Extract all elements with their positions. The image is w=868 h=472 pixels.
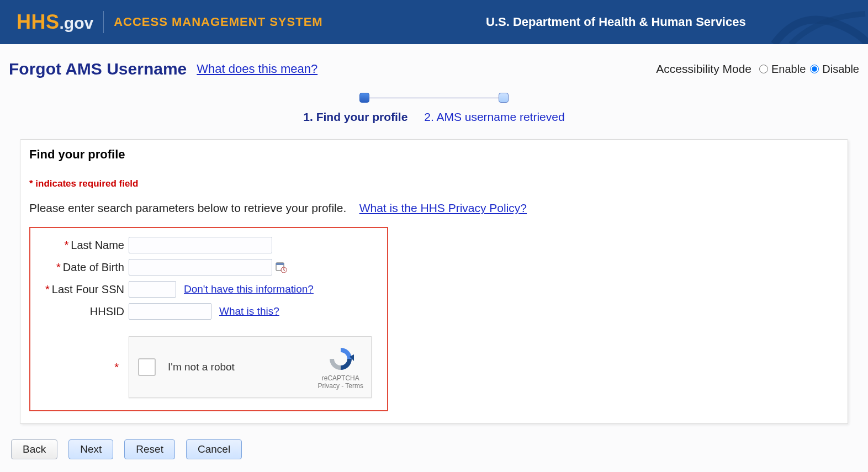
recaptcha-logo-icon bbox=[318, 344, 363, 373]
accessibility-mode-label: Accessibility Mode bbox=[656, 62, 751, 76]
next-button[interactable]: Next bbox=[68, 439, 113, 459]
step-1-label: 1. Find your profile bbox=[303, 110, 407, 123]
hhsid-help-link[interactable]: What is this? bbox=[219, 305, 279, 317]
ssn-input[interactable] bbox=[129, 281, 176, 298]
dob-row: *Date of Birth bbox=[40, 258, 377, 277]
accessibility-disable-option[interactable]: Disable bbox=[810, 63, 859, 76]
accessibility-enable-option[interactable]: Enable bbox=[759, 63, 806, 76]
step-node-2 bbox=[499, 93, 509, 103]
recaptcha-label: I'm not a robot bbox=[168, 361, 235, 373]
what-does-this-mean-link[interactable]: What does this mean? bbox=[197, 62, 317, 76]
stepper: 1. Find your profile 2. AMS username ret… bbox=[0, 93, 868, 124]
disable-label: Disable bbox=[822, 63, 859, 76]
recaptcha-checkbox[interactable] bbox=[138, 358, 156, 376]
page-header: HHS .gov ACCESS MANAGEMENT SYSTEM U.S. D… bbox=[0, 0, 868, 44]
captcha-required-marker: * bbox=[40, 361, 129, 374]
step-line bbox=[364, 98, 504, 98]
ssn-row: *Last Four SSN Don't have this informati… bbox=[40, 280, 377, 299]
step-2-label: 2. AMS username retrieved bbox=[424, 110, 564, 123]
recaptcha-branding: reCAPTCHA Privacy - Terms bbox=[318, 344, 363, 390]
app-name: ACCESS MANAGEMENT SYSTEM bbox=[114, 15, 322, 29]
step-track bbox=[359, 93, 509, 104]
captcha-row: * I'm not a robot reCAPTCHA Privacy - Te… bbox=[40, 336, 377, 398]
find-profile-panel: Find your profile * indicates required f… bbox=[20, 139, 848, 424]
recaptcha-legal-text: Privacy - Terms bbox=[318, 382, 363, 390]
svg-rect-1 bbox=[276, 263, 284, 265]
enable-label: Enable bbox=[771, 63, 806, 76]
calendar-icon[interactable] bbox=[276, 262, 287, 273]
form-box: *Last Name *Date of Birth *Last Four SSN… bbox=[29, 227, 388, 411]
last-name-label: *Last Name bbox=[40, 239, 129, 252]
title-row: Forgot AMS Username What does this mean?… bbox=[0, 44, 868, 83]
hhsid-row: HHSID What is this? bbox=[40, 302, 377, 321]
accessibility-disable-radio[interactable] bbox=[810, 65, 819, 73]
header-decoration-icon bbox=[769, 0, 868, 44]
logo-gov-text: .gov bbox=[60, 14, 94, 33]
cancel-button[interactable]: Cancel bbox=[186, 439, 242, 459]
header-divider bbox=[103, 11, 104, 33]
required-field-note: * indicates required field bbox=[29, 178, 839, 189]
step-node-1 bbox=[359, 93, 369, 103]
recaptcha-brand-text: reCAPTCHA bbox=[318, 374, 363, 382]
dob-input[interactable] bbox=[129, 259, 272, 275]
accessibility-enable-radio[interactable] bbox=[759, 65, 768, 73]
dob-label: *Date of Birth bbox=[40, 261, 129, 274]
logo-hhs-text: HHS bbox=[17, 10, 60, 34]
last-name-row: *Last Name bbox=[40, 236, 377, 254]
page-title: Forgot AMS Username bbox=[9, 60, 187, 78]
reset-button[interactable]: Reset bbox=[124, 439, 175, 459]
button-row: Back Next Reset Cancel bbox=[0, 429, 868, 469]
back-button[interactable]: Back bbox=[11, 439, 57, 459]
ssn-label: *Last Four SSN bbox=[40, 283, 129, 296]
panel-title: Find your profile bbox=[29, 147, 839, 162]
instruction-text: Please enter search parameters below to … bbox=[29, 201, 346, 214]
hhsid-input[interactable] bbox=[129, 303, 211, 320]
department-name: U.S. Department of Health & Human Servic… bbox=[486, 15, 746, 29]
instruction-row: Please enter search parameters below to … bbox=[29, 201, 839, 215]
step-labels: 1. Find your profile 2. AMS username ret… bbox=[0, 110, 868, 124]
hhs-logo: HHS .gov bbox=[17, 10, 93, 34]
ssn-help-link[interactable]: Don't have this information? bbox=[184, 283, 314, 295]
recaptcha-widget[interactable]: I'm not a robot reCAPTCHA Privacy - Term… bbox=[129, 336, 372, 398]
last-name-input[interactable] bbox=[129, 237, 272, 253]
hhsid-label: HHSID bbox=[40, 305, 129, 318]
privacy-policy-link[interactable]: What is the HHS Privacy Policy? bbox=[359, 201, 527, 214]
